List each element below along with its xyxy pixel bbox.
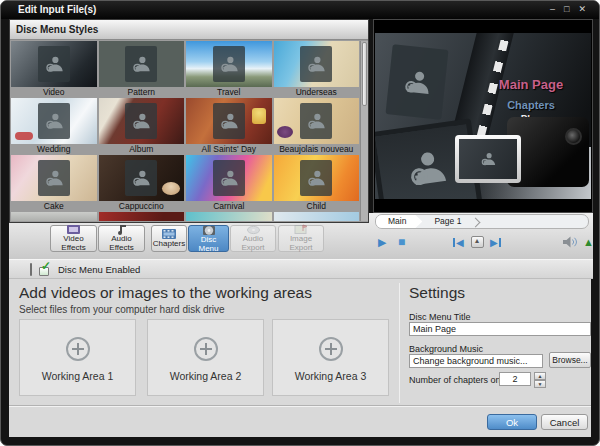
working-areas-heading: Add videos or images to the working area… [19, 284, 312, 302]
styles-grid: Video Pattern Travel Underseas Wedding A… [11, 41, 359, 221]
go-to-main-menu-button[interactable] [471, 234, 484, 250]
style-preview-child [274, 155, 360, 201]
check-icon: ✓ [41, 259, 51, 273]
style-thumb-partial[interactable] [99, 212, 185, 221]
disc-menu-enabled-label: Disc Menu Enabled [58, 264, 140, 275]
spinner-down-icon[interactable]: ▼ [534, 380, 546, 388]
style-thumb-partial[interactable] [274, 212, 360, 221]
background-music-label: Background Music [409, 344, 483, 354]
style-thumb-album[interactable]: Album [99, 98, 185, 155]
add-file-icon [66, 337, 90, 361]
style-preview-video [11, 41, 97, 87]
footer-separator [9, 405, 591, 407]
working-area-3[interactable]: Working Area 3 [272, 319, 389, 396]
background-music-input[interactable] [409, 354, 543, 368]
style-thumb-travel[interactable]: Travel [186, 41, 272, 98]
person-placeholder-icon [38, 103, 70, 139]
volume-button[interactable] [563, 234, 578, 250]
styles-scrollbar[interactable] [360, 41, 368, 221]
add-file-icon [319, 337, 343, 361]
style-preview-cake [11, 155, 97, 201]
speaker-icon [563, 236, 578, 248]
add-file-icon [194, 337, 218, 361]
close-icon[interactable]: ✕ [578, 3, 586, 16]
style-thumb-partial[interactable] [11, 212, 97, 221]
style-preview-wedding [11, 98, 97, 144]
person-placeholder-icon [38, 160, 70, 196]
person-placeholder-icon [125, 46, 157, 82]
style-thumb-all-saints-day[interactable]: All Saints' Day [186, 98, 272, 155]
audio-effects-button[interactable]: Audio Effects [98, 225, 145, 252]
style-thumb-wedding[interactable]: Wedding [11, 98, 97, 155]
tab-page-1[interactable]: Page 1 [422, 215, 471, 228]
window-title: Edit Input File(s) [18, 4, 96, 15]
person-placeholder-icon [213, 46, 245, 82]
chapters-spinner: ▲ ▼ [534, 372, 546, 388]
title-bar: Edit Input File(s) – □ ✕ [1, 1, 599, 19]
ok-button[interactable]: Ok [487, 414, 537, 430]
person-placeholder-icon [125, 160, 157, 196]
style-preview-carnival [186, 155, 272, 201]
style-thumb-partial[interactable] [186, 212, 272, 221]
disc-menu-enabled-checkbox[interactable]: ✓ [39, 263, 53, 276]
style-preview-pattern [99, 41, 185, 87]
style-thumb-pattern[interactable]: Pattern [99, 41, 185, 98]
image-export-button[interactable]: Image Export [278, 225, 324, 252]
style-thumb-beaujolais-nouveau[interactable]: Beaujolais nouveau [274, 98, 360, 155]
minimize-icon[interactable]: – [550, 3, 555, 16]
tab-main[interactable]: Main [376, 215, 422, 228]
person-placeholder-icon[interactable] [385, 44, 448, 119]
disc-menu-title-label: Disc Menu Title [409, 312, 471, 322]
style-preview-all-saints-day [186, 98, 272, 144]
person-placeholder-icon [300, 46, 332, 82]
chapters-button[interactable]: Chapters [151, 225, 187, 252]
audio-export-icon [246, 224, 261, 235]
style-thumb-carnival[interactable]: Carnival [186, 155, 272, 212]
person-placeholder-icon [213, 160, 245, 196]
browse-button[interactable]: Browse... [549, 352, 591, 368]
stop-button[interactable]: ■ [398, 234, 405, 250]
menu-preview-scene: Main Page Chapters • Play • [375, 33, 591, 199]
style-thumb-child[interactable]: Child [274, 155, 360, 212]
chapters-per-page-input[interactable] [499, 372, 531, 386]
expand-up-icon[interactable]: ▲ [583, 234, 594, 250]
style-preview-beaujolais-nouveau [274, 98, 360, 144]
grip-handle [30, 263, 32, 276]
person-placeholder-icon [300, 160, 332, 196]
person-placeholder-icon [213, 103, 245, 139]
working-area-2[interactable]: Working Area 2 [147, 319, 264, 396]
play-button[interactable]: ▶ [378, 234, 386, 250]
disc-menu-title-input[interactable] [409, 322, 591, 336]
style-thumb-video[interactable]: Video [11, 41, 97, 98]
edit-input-files-dialog: Edit Input File(s) – □ ✕ Disc Menu Style… [0, 0, 600, 446]
disc-menu-styles-panel: Disc Menu Styles Video Pattern Travel Un… [9, 19, 369, 223]
image-export-icon [294, 224, 309, 235]
style-preview-album [99, 98, 185, 144]
audio-export-button[interactable]: Audio Export [230, 225, 276, 252]
cancel-button[interactable]: Cancel [541, 414, 588, 430]
styles-panel-header: Disc Menu Styles [10, 20, 368, 40]
style-thumb-cake[interactable]: Cake [11, 155, 97, 212]
disc-menu-button[interactable]: Disc Menu [188, 225, 229, 252]
settings-heading: Settings [409, 284, 465, 302]
previous-page-button[interactable]: ◀ [453, 234, 465, 250]
window-controls: – □ ✕ [550, 3, 586, 16]
person-placeholder-icon [459, 139, 517, 179]
video-effects-button[interactable]: Video Effects [50, 225, 97, 252]
maximize-icon[interactable]: □ [564, 3, 569, 16]
working-areas-subheading: Select files from your computer hard dis… [19, 304, 225, 315]
next-page-button[interactable]: ▶ [489, 234, 501, 250]
menu-preview-panel: Main Page Chapters • Play • [373, 19, 593, 213]
menu-title-text[interactable]: Main Page [479, 77, 583, 92]
person-placeholder-icon [38, 46, 70, 82]
chevron-right-icon [471, 215, 483, 228]
working-area-1[interactable]: Working Area 1 [19, 319, 136, 396]
page-tabbar: Main Page 1 [375, 214, 589, 229]
menu-chapters-link[interactable]: Chapters [479, 99, 583, 111]
style-thumb-cappuccino[interactable]: Cappuccino [99, 155, 185, 212]
person-placeholder-icon [125, 103, 157, 139]
style-thumb-underseas[interactable]: Underseas [274, 41, 360, 98]
camcorder-screen [455, 135, 521, 183]
styles-scrollbar-thumb[interactable] [362, 42, 367, 106]
spinner-up-icon[interactable]: ▲ [534, 372, 546, 380]
